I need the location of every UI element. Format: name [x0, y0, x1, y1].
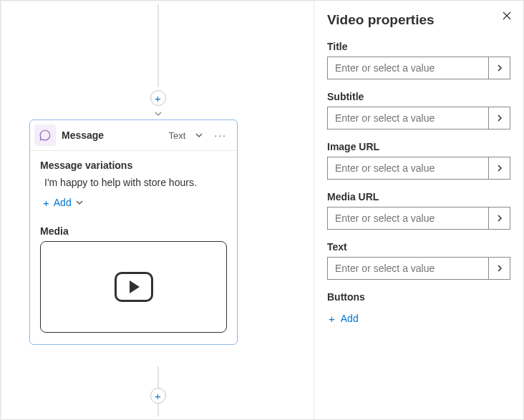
field-image-url: Image URL [327, 141, 510, 180]
add-button-label: Add [341, 313, 359, 324]
canvas-inner: + Message Text ··· Messag [2, 2, 314, 419]
add-node-top-button[interactable]: + [150, 90, 166, 106]
plus-icon: + [155, 93, 161, 104]
canvas[interactable]: + Message Text ··· Messag [1, 1, 314, 419]
card-header: Message Text ··· [30, 120, 237, 151]
field-media-url: Media URL [327, 191, 510, 230]
field-label-title: Title [327, 41, 510, 52]
play-icon [115, 272, 153, 302]
add-button-action[interactable]: + Add [327, 310, 360, 327]
card-title: Message [62, 130, 162, 141]
field-label-image-url: Image URL [327, 141, 510, 152]
card-more-menu[interactable]: ··· [211, 128, 230, 142]
title-picker-button[interactable] [488, 57, 510, 79]
message-icon [34, 124, 56, 146]
card-type-label: Text [168, 130, 185, 141]
add-variation-button[interactable]: + Add [40, 195, 86, 210]
field-label-text: Text [327, 241, 510, 253]
text-combobox[interactable] [327, 257, 510, 280]
media-url-input[interactable] [328, 207, 488, 229]
plus-icon: + [329, 313, 335, 324]
media-url-picker-button[interactable] [488, 207, 510, 229]
text-input[interactable] [328, 258, 488, 279]
connector-line-top [157, 4, 158, 87]
variation-text[interactable]: I'm happy to help with store hours. [44, 177, 227, 188]
image-url-combobox[interactable] [327, 157, 510, 180]
close-panel-button[interactable] [502, 11, 512, 21]
add-variation-label: Add [54, 197, 72, 208]
media-video-card[interactable] [40, 241, 227, 333]
plus-icon: + [155, 391, 161, 401]
title-combobox[interactable] [327, 57, 510, 79]
variations-section-label: Message variations [40, 160, 227, 171]
text-picker-button[interactable] [488, 258, 510, 279]
properties-panel: Video properties Title Subtitle I [314, 1, 523, 419]
media-url-combobox[interactable] [327, 207, 510, 230]
subtitle-combobox[interactable] [327, 107, 510, 130]
message-node-card[interactable]: Message Text ··· Message variations I'm … [29, 119, 238, 345]
card-body: Message variations I'm happy to help wit… [30, 151, 237, 344]
plus-icon: + [43, 197, 49, 208]
field-label-media-url: Media URL [327, 191, 510, 202]
panel-title: Video properties [327, 12, 510, 28]
title-input[interactable] [328, 57, 488, 79]
field-title: Title [327, 41, 510, 79]
media-section: Media [40, 225, 227, 333]
add-node-bottom-button[interactable]: + [150, 388, 166, 404]
app-root: + Message Text ··· Messag [0, 0, 524, 420]
arrow-down-icon [155, 110, 162, 117]
chevron-down-icon [76, 199, 83, 206]
card-type-dropdown[interactable] [193, 130, 205, 140]
field-text: Text [327, 241, 510, 280]
subtitle-picker-button[interactable] [488, 107, 510, 129]
media-section-label: Media [40, 225, 227, 237]
field-label-subtitle: Subtitle [327, 91, 510, 102]
buttons-section-label: Buttons [327, 291, 510, 303]
field-subtitle: Subtitle [327, 91, 510, 130]
image-url-input[interactable] [328, 157, 488, 179]
image-url-picker-button[interactable] [488, 157, 510, 179]
subtitle-input[interactable] [328, 107, 488, 129]
